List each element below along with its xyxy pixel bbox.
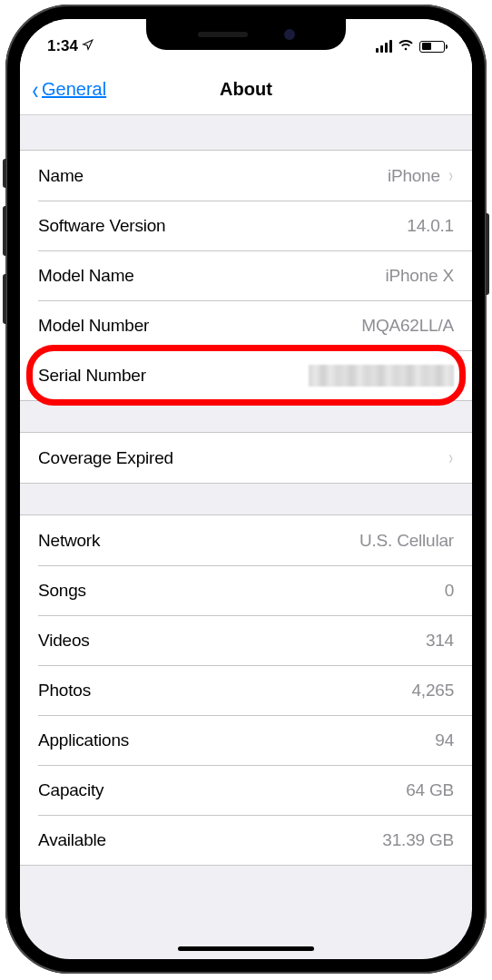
available-value: 31.39 GB <box>382 830 454 850</box>
navigation-bar: ‹ General About <box>20 64 472 115</box>
model-number-value: MQA62LL/A <box>361 316 454 336</box>
available-row[interactable]: Available 31.39 GB <box>20 815 472 865</box>
videos-label: Videos <box>38 631 90 651</box>
chevron-right-icon: › <box>448 164 452 188</box>
applications-label: Applications <box>38 730 129 750</box>
name-label: Name <box>38 166 84 186</box>
available-label: Available <box>38 830 106 850</box>
content-area: Name iPhone › Software Version 14.0.1 Mo… <box>20 115 472 866</box>
back-button-label: General <box>42 79 106 100</box>
coverage-group: Coverage Expired › <box>20 432 472 484</box>
network-value: U.S. Cellular <box>359 531 454 551</box>
capacity-value: 64 GB <box>406 780 454 800</box>
chevron-right-icon: › <box>448 446 452 470</box>
battery-icon <box>419 41 445 53</box>
network-label: Network <box>38 531 100 551</box>
serial-number-value-redacted <box>309 365 454 387</box>
applications-value: 94 <box>435 730 454 750</box>
coverage-row[interactable]: Coverage Expired › <box>20 433 472 483</box>
iphone-frame: 1:34 <box>5 5 487 974</box>
serial-number-row[interactable]: Serial Number <box>20 350 472 400</box>
screen: 1:34 <box>20 19 472 959</box>
model-number-label: Model Number <box>38 316 149 336</box>
videos-value: 314 <box>426 631 454 651</box>
wifi-icon <box>398 38 414 54</box>
network-row[interactable]: Network U.S. Cellular <box>20 515 472 565</box>
home-indicator[interactable] <box>178 946 314 951</box>
songs-label: Songs <box>38 581 86 601</box>
device-info-group: Name iPhone › Software Version 14.0.1 Mo… <box>20 150 472 401</box>
songs-row[interactable]: Songs 0 <box>20 565 472 615</box>
location-icon <box>82 39 93 54</box>
capacity-label: Capacity <box>38 780 103 800</box>
model-number-row[interactable]: Model Number MQA62LL/A <box>20 300 472 350</box>
model-name-row[interactable]: Model Name iPhone X <box>20 250 472 300</box>
cellular-signal-icon <box>376 40 392 53</box>
chevron-left-icon: ‹ <box>33 74 39 105</box>
applications-row[interactable]: Applications 94 <box>20 715 472 765</box>
storage-info-group: Network U.S. Cellular Songs 0 Videos 314… <box>20 514 472 866</box>
name-value: iPhone <box>388 166 440 186</box>
songs-value: 0 <box>445 581 454 601</box>
software-version-row[interactable]: Software Version 14.0.1 <box>20 201 472 250</box>
page-title: About <box>220 79 272 100</box>
notch <box>146 19 346 50</box>
serial-number-label: Serial Number <box>38 366 146 386</box>
software-version-label: Software Version <box>38 216 165 236</box>
videos-row[interactable]: Videos 314 <box>20 615 472 665</box>
model-name-value: iPhone X <box>385 266 454 286</box>
model-name-label: Model Name <box>38 266 134 286</box>
photos-row[interactable]: Photos 4,265 <box>20 665 472 715</box>
coverage-label: Coverage Expired <box>38 448 173 468</box>
capacity-row[interactable]: Capacity 64 GB <box>20 765 472 815</box>
software-version-value: 14.0.1 <box>407 216 454 236</box>
back-button[interactable]: ‹ General <box>20 74 106 105</box>
status-time: 1:34 <box>47 37 78 55</box>
photos-value: 4,265 <box>411 681 454 701</box>
name-row[interactable]: Name iPhone › <box>20 151 472 201</box>
photos-label: Photos <box>38 681 91 701</box>
